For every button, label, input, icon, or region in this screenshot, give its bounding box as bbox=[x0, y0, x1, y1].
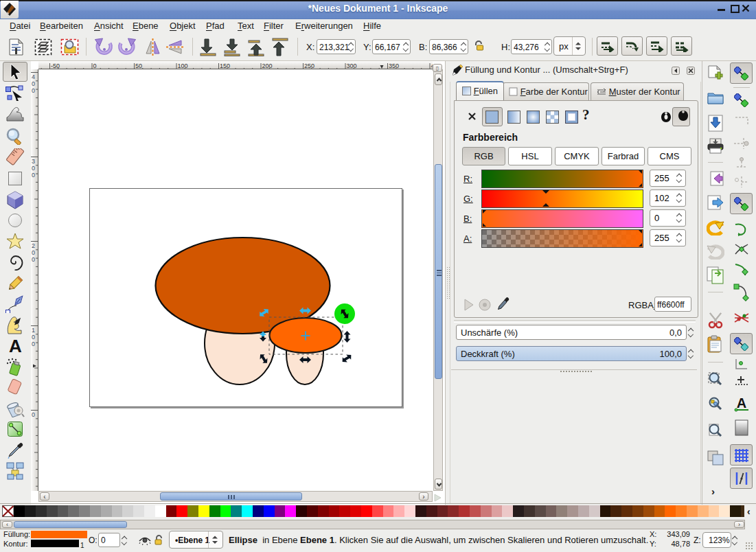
svg-text:0: 0 bbox=[32, 165, 35, 172]
svg-text:A: A bbox=[9, 338, 22, 354]
svg-text:3: 3 bbox=[32, 158, 35, 165]
svg-text:0: 0 bbox=[32, 80, 35, 87]
svg-text:0: 0 bbox=[32, 334, 35, 341]
svg-text:0: 0 bbox=[32, 256, 35, 263]
svg-text:0: 0 bbox=[32, 411, 35, 418]
svg-text:2: 2 bbox=[32, 242, 35, 249]
svg-text:0: 0 bbox=[32, 249, 35, 256]
svg-text:150: 150 bbox=[220, 62, 230, 69]
svg-text:0: 0 bbox=[32, 341, 35, 347]
svg-text:300: 300 bbox=[347, 62, 357, 69]
svg-text:-50: -50 bbox=[51, 62, 60, 69]
svg-text:200: 200 bbox=[262, 62, 273, 69]
svg-text:50: 50 bbox=[135, 62, 142, 69]
svg-text:250: 250 bbox=[304, 62, 314, 69]
svg-text:4: 4 bbox=[32, 73, 35, 80]
svg-text:100: 100 bbox=[178, 62, 188, 69]
svg-text:350: 350 bbox=[389, 62, 399, 69]
svg-text:0: 0 bbox=[32, 172, 35, 179]
svg-text:0: 0 bbox=[93, 62, 97, 69]
svg-text:0: 0 bbox=[32, 87, 35, 94]
svg-text:A: A bbox=[737, 396, 746, 411]
svg-text:1: 1 bbox=[32, 327, 35, 334]
